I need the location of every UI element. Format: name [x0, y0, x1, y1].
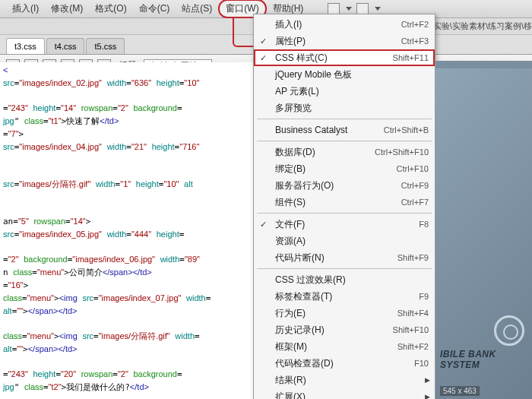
menu-insert[interactable]: 插入(I) — [6, 1, 45, 17]
menu-item-label: 服务器行为(O) — [275, 179, 401, 192]
menu-item-label: jQuery Mobile 色板 — [275, 68, 429, 81]
menu-command[interactable]: 命令(C) — [133, 1, 176, 17]
menu-item[interactable]: 代码检查器(D)F10 — [254, 355, 435, 372]
check-icon: ✓ — [260, 53, 267, 63]
menu-item-shortcut: F9 — [419, 292, 429, 301]
menu-item-label: 扩展(X) — [275, 391, 429, 400]
menu-item[interactable]: ✓文件(F)F8 — [254, 216, 435, 233]
brand-text: IBILE BANK SYSTEM — [440, 349, 529, 370]
menu-item[interactable]: 历史记录(H)Shift+F10 — [254, 321, 435, 338]
submenu-arrow-icon: ▶ — [425, 376, 430, 384]
menu-item[interactable]: 代码片断(N)Shift+F9 — [254, 249, 435, 266]
tab-file[interactable]: t5.css — [86, 38, 125, 54]
check-icon: ✓ — [260, 220, 267, 230]
design-preview: IBILE BANK SYSTEM 545 x 463 — [435, 61, 532, 399]
menu-item-label: CSS 样式(C) — [275, 52, 393, 65]
preview-image: IBILE BANK SYSTEM — [435, 68, 532, 399]
menu-item[interactable]: 框架(M)Shift+F2 — [254, 338, 435, 355]
window-dropdown-menu: 插入(I)Ctrl+F2✓属性(P)Ctrl+F3✓CSS 样式(C)Shift… — [253, 14, 435, 399]
menu-separator — [257, 213, 432, 214]
menu-item[interactable]: 标签检查器(T)F9 — [254, 288, 435, 305]
menu-item-label: 绑定(B) — [275, 163, 397, 176]
code-editor[interactable]: < src="images/index_02.jpg" width="636" … — [0, 62, 258, 399]
menu-item-label: 代码片断(N) — [275, 252, 397, 264]
menu-item[interactable]: ✓属性(P)Ctrl+F3 — [254, 33, 435, 49]
menu-item-shortcut: F8 — [419, 220, 429, 229]
menu-item-shortcut: Shift+F9 — [397, 253, 429, 262]
check-icon: ✓ — [260, 36, 267, 46]
menu-item-shortcut: Ctrl+F9 — [401, 181, 429, 190]
menu-item-label: AP 元素(L) — [275, 85, 429, 98]
menu-item-shortcut: Ctrl+F3 — [401, 36, 429, 46]
dropdown-icon[interactable] — [346, 7, 352, 11]
menu-item-label: 框架(M) — [275, 340, 397, 353]
menu-item-label: 标签检查器(T) — [275, 290, 419, 303]
submenu-arrow-icon: ▶ — [425, 393, 430, 399]
menu-item-label: Business Catalyst — [275, 125, 384, 135]
tab-file[interactable]: t3.css — [6, 38, 45, 54]
menu-item[interactable]: 组件(S)Ctrl+F7 — [254, 194, 435, 211]
menu-item-label: 属性(P) — [275, 35, 401, 48]
menu-item-label: 行为(E) — [275, 307, 397, 320]
menu-item-shortcut: Shift+F10 — [393, 325, 429, 334]
menu-item-shortcut: Ctrl+Shift+F10 — [375, 147, 429, 157]
menu-item[interactable]: 绑定(B)Ctrl+F10 — [254, 160, 435, 177]
menu-item[interactable]: 服务器行为(O)Ctrl+F9 — [254, 177, 435, 194]
menu-separator — [257, 119, 432, 119]
menu-item-label: 数据库(D) — [275, 146, 375, 159]
menu-separator — [257, 268, 432, 269]
file-path: \实验\实验素材\练习案例\移 — [431, 21, 532, 32]
menu-item[interactable]: 插入(I)Ctrl+F2 — [254, 16, 435, 33]
menu-item-label: CSS 过渡效果(R) — [275, 274, 429, 287]
menu-item-shortcut: Shift+F2 — [397, 342, 429, 351]
menu-item-shortcut: Ctrl+F7 — [401, 198, 429, 207]
menu-item-shortcut: Shift+F4 — [397, 309, 429, 318]
menu-site[interactable]: 站点(S) — [176, 1, 218, 17]
logo-icon — [494, 315, 524, 346]
menu-item[interactable]: Business CatalystCtrl+Shift+B — [254, 122, 435, 138]
menu-modify[interactable]: 修改(M) — [45, 1, 89, 17]
menu-item-label: 组件(S) — [275, 196, 401, 209]
menu-item-label: 插入(I) — [275, 18, 401, 31]
menu-item[interactable]: 数据库(D)Ctrl+Shift+F10 — [254, 144, 435, 160]
menu-separator — [257, 141, 432, 141]
menu-item-label: 历史记录(H) — [275, 324, 393, 337]
menu-item[interactable]: 行为(E)Shift+F4 — [254, 305, 435, 321]
menu-item-shortcut: Ctrl+Shift+B — [384, 125, 429, 135]
menu-item-shortcut: F10 — [414, 359, 429, 368]
menu-item-label: 结果(R) — [275, 374, 429, 387]
menu-item-label: 代码检查器(D) — [275, 357, 414, 370]
menu-format[interactable]: 格式(O) — [89, 1, 132, 17]
preview-dimensions: 545 x 463 — [440, 386, 480, 396]
menu-item-shortcut: Ctrl+F2 — [401, 20, 429, 29]
menu-item[interactable]: 结果(R)▶ — [254, 372, 435, 388]
menu-item[interactable]: 扩展(X)▶ — [254, 388, 435, 399]
menu-item[interactable]: AP 元素(L) — [254, 83, 435, 100]
menu-item[interactable]: jQuery Mobile 色板 — [254, 66, 435, 83]
menu-item-shortcut: Shift+F11 — [393, 53, 429, 62]
menu-item[interactable]: ✓CSS 样式(C)Shift+F11 — [254, 49, 435, 66]
tab-file[interactable]: t4.css — [46, 38, 85, 54]
menu-item-shortcut: Ctrl+F10 — [397, 164, 429, 173]
menu-item-label: 资源(A) — [275, 235, 429, 248]
menu-item[interactable]: 多屏预览 — [254, 100, 435, 116]
menu-item[interactable]: 资源(A) — [254, 233, 435, 249]
menu-item[interactable]: CSS 过渡效果(R) — [254, 271, 435, 288]
dropdown-icon[interactable] — [375, 7, 381, 11]
menu-item-label: 多屏预览 — [275, 102, 429, 115]
menu-item-label: 文件(F) — [275, 218, 419, 231]
